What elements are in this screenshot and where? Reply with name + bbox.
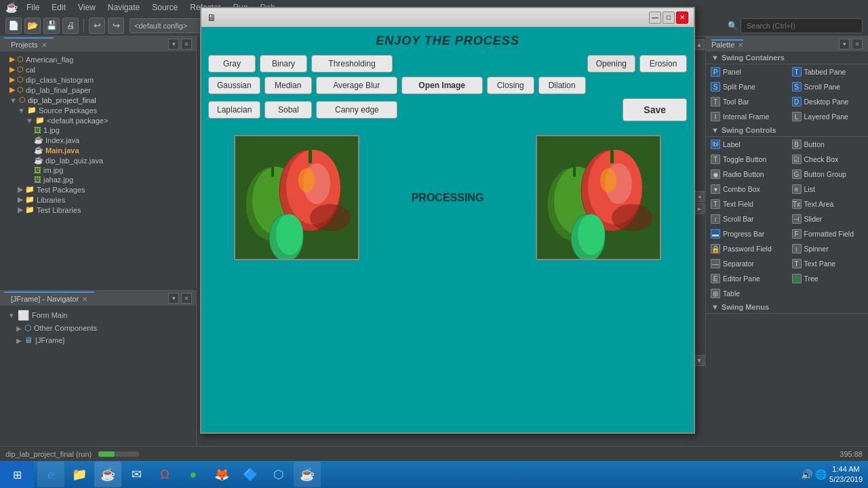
palette-menu[interactable]: ≡	[852, 39, 863, 49]
palette-item-desktop-pane[interactable]: D Desktop Pane	[787, 94, 869, 109]
navigator-close-btn[interactable]: ✕	[82, 296, 87, 303]
toolbar-print[interactable]: 🖨	[62, 18, 79, 34]
palette-item-button[interactable]: B Button	[787, 137, 869, 152]
nav-minimize[interactable]: ▾	[168, 293, 179, 304]
palette-item-table[interactable]: ⊞ Table	[706, 286, 787, 301]
palette-close-btn[interactable]: ✕	[738, 41, 743, 49]
palette-minimize[interactable]: ▾	[839, 39, 850, 49]
thresholding-button[interactable]: Thresholding	[311, 55, 393, 73]
tree-item-american-flag[interactable]: ▶ ⬡ American_flag	[1, 54, 195, 64]
palette-item-internal-frame[interactable]: I Internal Frame	[706, 109, 787, 124]
navigator-tab[interactable]: [JFrame] - Navigator ✕	[4, 291, 94, 305]
taskbar-chrome-icon[interactable]: ●	[180, 462, 207, 487]
palette-ctrl-2[interactable]: ▸	[694, 203, 705, 214]
nav-item-jframe[interactable]: ▶ 🖥 [JFrame]	[3, 334, 193, 346]
tree-item-cal[interactable]: ▶ ⬡ cal	[1, 64, 195, 75]
taskbar-mail-icon[interactable]: ✉	[123, 462, 150, 487]
start-button[interactable]: ⊞	[0, 461, 34, 488]
tree-item-quizjava[interactable]: ☕ dip_lab_quiz.java	[1, 155, 195, 165]
palette-item-list[interactable]: ≡ List	[787, 182, 869, 197]
tree-item-test-libs[interactable]: ▶ 📁 Test Libraries	[1, 205, 195, 215]
panel-minimize[interactable]: ▾	[168, 39, 179, 49]
close-button[interactable]: ✕	[676, 12, 688, 24]
menu-edit[interactable]: Edit	[46, 1, 71, 14]
opening-button[interactable]: Opening	[587, 55, 635, 73]
taskbar-netbeans-icon[interactable]: ☕	[94, 462, 121, 487]
median-button[interactable]: Median	[264, 77, 312, 94]
canny-edge-button[interactable]: Canny edge	[316, 101, 397, 119]
palette-item-layered-pane[interactable]: L Layered Pane	[787, 109, 869, 124]
palette-item-separator[interactable]: — Separator	[706, 256, 787, 271]
palette-item-text-pane[interactable]: T Text Pane	[787, 256, 869, 271]
palette-item-toggle-button[interactable]: T Toggle Button	[706, 152, 787, 167]
nav-item-other-components[interactable]: ▶ ⬡ Other Components	[3, 322, 193, 334]
menu-source[interactable]: Source	[146, 1, 183, 14]
taskbar-ie-icon[interactable]: ℯ	[37, 462, 64, 487]
palette-item-combo-box[interactable]: ▾ Combo Box	[706, 182, 787, 197]
gray-button[interactable]: Gray	[208, 55, 256, 73]
palette-item-password-field[interactable]: 🔒 Password Field	[706, 241, 787, 256]
palette-item-split-pane[interactable]: S Split Pane	[706, 79, 787, 94]
taskbar-java-icon[interactable]: ☕	[294, 462, 321, 487]
tree-item-final-paper[interactable]: ▶ ⬡ dip_lab_final_paper	[1, 85, 195, 95]
tree-item-test-packages[interactable]: ▶ 📁 Test Packages	[1, 184, 195, 195]
menu-view[interactable]: View	[73, 1, 101, 14]
palette-item-button-group[interactable]: G Button Group	[787, 167, 869, 182]
toolbar-undo[interactable]: ↩	[89, 18, 105, 34]
nav-menu[interactable]: ≡	[181, 293, 192, 304]
taskbar-explorer-icon[interactable]: 📁	[66, 462, 93, 487]
palette-item-check-box[interactable]: ☑ Check Box	[787, 152, 869, 167]
maximize-button[interactable]: □	[663, 12, 675, 24]
palette-item-panel[interactable]: P Panel	[706, 64, 787, 79]
palette-item-progress-bar[interactable]: ▬ Progress Bar	[706, 226, 787, 241]
toolbar-new[interactable]: 📄	[5, 18, 22, 34]
palette-item-text-field[interactable]: T Text Field	[706, 197, 787, 211]
toolbar-open[interactable]: 📂	[24, 18, 41, 34]
palette-scroll-down[interactable]: ▼	[694, 355, 705, 366]
tree-item-libraries[interactable]: ▶ 📁 Libraries	[1, 195, 195, 205]
palette-item-tool-bar[interactable]: T Tool Bar	[706, 94, 787, 109]
palette-section-swing-containers[interactable]: ▼ Swing Containers	[706, 52, 868, 64]
palette-item-tree[interactable]: 🌲 Tree	[787, 271, 869, 286]
palette-ctrl-1[interactable]: ◂	[694, 191, 705, 202]
taskbar-git-icon[interactable]: ⬡	[265, 462, 292, 487]
palette-tab[interactable]: Palette ✕	[711, 39, 743, 49]
palette-item-formatted-field[interactable]: F Formatted Field	[787, 226, 869, 241]
tree-item-1jpg[interactable]: 🖼 1.jpg	[1, 125, 195, 135]
projects-close-btn[interactable]: ✕	[41, 41, 47, 49]
tree-item-src-packages[interactable]: ▼ 📁 Source Packages	[1, 105, 195, 115]
ide-search-input[interactable]	[741, 18, 863, 33]
closing-button[interactable]: Closing	[487, 77, 534, 94]
sobal-button[interactable]: Sobal	[264, 101, 312, 119]
palette-item-label[interactable]: lbl Label	[706, 137, 787, 152]
tree-item-histogram[interactable]: ▶ ⬡ dip_class_histogram	[1, 75, 195, 85]
palette-item-tabbed-pane[interactable]: T Tabbed Pane	[787, 64, 869, 79]
palette-section-swing-controls[interactable]: ▼ Swing Controls	[706, 124, 868, 137]
tree-item-project-final[interactable]: ▼ ⬡ dip_lab_project_final	[1, 95, 195, 105]
palette-section-swing-menus[interactable]: ▼ Swing Menus	[706, 301, 868, 314]
taskbar-db-icon[interactable]: 🔷	[237, 462, 264, 487]
projects-tab[interactable]: Projects ✕	[4, 37, 54, 51]
tree-item-mainjava[interactable]: ☕ Main.java	[1, 145, 195, 155]
tree-item-default-pkg[interactable]: ▼ 📁 <default package>	[1, 115, 195, 125]
open-image-button[interactable]: Open Image	[401, 77, 483, 94]
gaussian-button[interactable]: Gaussian	[208, 77, 260, 94]
tree-item-jahazjpg[interactable]: 🖼 jahaz.jpg	[1, 175, 195, 184]
palette-item-editor-pane[interactable]: E Editor Pane	[706, 271, 787, 286]
toolbar-redo[interactable]: ↪	[108, 18, 124, 34]
palette-scroll-up[interactable]: ▲	[694, 39, 705, 50]
erosion-button[interactable]: Erosion	[639, 55, 687, 73]
tree-item-imjpg[interactable]: 🖼 im.jpg	[1, 165, 195, 175]
laplacian-button[interactable]: Laplacian	[208, 101, 260, 119]
save-button[interactable]: Save	[623, 98, 687, 121]
palette-item-slider[interactable]: ⊣ Slider	[787, 211, 869, 226]
palette-item-spinner[interactable]: ↕ Spinner	[787, 241, 869, 256]
nav-item-form-main[interactable]: ▼ ⬜ Form Main	[3, 308, 193, 322]
average-blur-button[interactable]: Average Blur	[316, 77, 397, 94]
palette-item-scroll-pane[interactable]: S Scroll Pane	[787, 79, 869, 94]
dilation-button[interactable]: Dilation	[538, 77, 586, 94]
menu-file[interactable]: File	[21, 1, 45, 14]
menu-navigate[interactable]: Navigate	[102, 1, 145, 14]
palette-item-text-area[interactable]: Tx Text Area	[787, 197, 869, 211]
tree-item-indexjava[interactable]: ☕ Index.java	[1, 135, 195, 145]
